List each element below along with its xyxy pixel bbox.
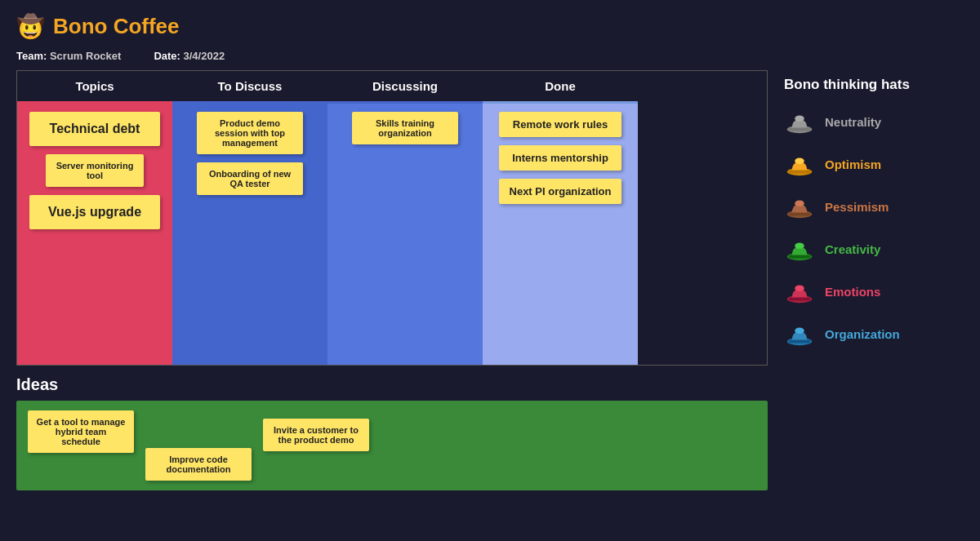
col-header-done: Done bbox=[483, 71, 638, 104]
ideas-board: Get a tool to manage hybrid team schedul… bbox=[16, 401, 768, 490]
svg-rect-5 bbox=[789, 171, 811, 174]
col-header-topics: Topics bbox=[17, 71, 172, 104]
optimism-hat-icon bbox=[784, 149, 815, 180]
neutrality-hat-icon bbox=[784, 106, 815, 137]
organization-label: Organization bbox=[825, 327, 900, 341]
svg-rect-17 bbox=[789, 340, 811, 344]
ideas-title: Ideas bbox=[16, 375, 768, 394]
svg-point-10 bbox=[795, 242, 804, 249]
optimism-label: Optimism bbox=[825, 157, 881, 171]
svg-point-1 bbox=[795, 115, 804, 122]
hats-title: Bono thinking hats bbox=[784, 77, 964, 93]
card-onboarding[interactable]: Onboarding of new QA tester bbox=[197, 162, 303, 195]
app-header: 🤠 Bono Coffee bbox=[16, 13, 964, 40]
card-skills-training[interactable]: Skills training organization bbox=[352, 112, 458, 144]
app-logo: 🤠 bbox=[16, 13, 45, 40]
hat-item-creativity[interactable]: Creativity bbox=[784, 233, 964, 264]
emotions-hat-icon bbox=[784, 276, 815, 307]
idea-customer-invite[interactable]: Invite a customer to the product demo bbox=[263, 419, 369, 451]
col-topics: Technical debt Server monitoring tool Vu… bbox=[17, 104, 172, 365]
creativity-label: Creativity bbox=[825, 242, 880, 256]
card-remote-work[interactable]: Remote work rules bbox=[499, 112, 621, 137]
col-header-to-discuss: To Discuss bbox=[172, 71, 327, 104]
ideas-section: Ideas Get a tool to manage hybrid team s… bbox=[16, 375, 768, 490]
main-area: Topics To Discuss Discussing Done Techni… bbox=[16, 70, 964, 490]
card-product-demo[interactable]: Product demo session with top management bbox=[197, 112, 303, 154]
pessimism-hat-icon bbox=[784, 191, 815, 222]
kanban-board: Topics To Discuss Discussing Done Techni… bbox=[16, 70, 768, 366]
emotions-label: Emotions bbox=[825, 285, 880, 299]
neutrality-label: Neutrality bbox=[825, 115, 881, 129]
card-next-pi[interactable]: Next PI organization bbox=[499, 179, 621, 204]
col-done: Remote work rules Interns mentorship Nex… bbox=[483, 104, 638, 365]
idea-hybrid-schedule[interactable]: Get a tool to manage hybrid team schedul… bbox=[28, 410, 134, 453]
team-meta: Team: Scrum Rocket bbox=[16, 50, 121, 62]
hat-item-organization[interactable]: Organization bbox=[784, 318, 964, 349]
hat-item-optimism[interactable]: Optimism bbox=[784, 149, 964, 180]
svg-rect-11 bbox=[789, 255, 811, 259]
card-vuejs-upgrade[interactable]: Vue.js upgrade bbox=[29, 195, 160, 229]
app-title: Bono Coffee bbox=[53, 14, 180, 39]
svg-point-16 bbox=[795, 327, 804, 334]
creativity-hat-icon bbox=[784, 233, 815, 264]
svg-rect-8 bbox=[789, 213, 811, 216]
col-header-discussing: Discussing bbox=[327, 71, 483, 104]
meta-row: Team: Scrum Rocket Date: 3/4/2022 bbox=[16, 50, 964, 62]
svg-point-7 bbox=[795, 200, 804, 206]
board-section: Topics To Discuss Discussing Done Techni… bbox=[16, 70, 768, 490]
svg-point-13 bbox=[795, 285, 804, 291]
svg-point-4 bbox=[795, 157, 804, 164]
date-meta: Date: 3/4/2022 bbox=[154, 50, 225, 62]
hat-item-neutrality[interactable]: Neutrality bbox=[784, 106, 964, 137]
col-discussing: Skills training organization bbox=[327, 104, 483, 365]
card-server-monitoring[interactable]: Server monitoring tool bbox=[46, 154, 144, 187]
hat-item-emotions[interactable]: Emotions bbox=[784, 276, 964, 307]
pessimism-label: Pessimism bbox=[825, 200, 889, 214]
col-to-discuss: Product demo session with top management… bbox=[172, 104, 327, 365]
card-technical-debt[interactable]: Technical debt bbox=[29, 112, 160, 146]
card-interns-mentorship[interactable]: Interns mentorship bbox=[499, 145, 621, 171]
hat-item-pessimism[interactable]: Pessimism bbox=[784, 191, 964, 222]
hats-sidebar: Bono thinking hats Neutrality Optimism bbox=[784, 70, 964, 361]
organization-hat-icon bbox=[784, 318, 815, 349]
svg-rect-2 bbox=[789, 128, 811, 131]
idea-code-docs[interactable]: Improve code documentation bbox=[145, 448, 252, 481]
svg-rect-14 bbox=[789, 298, 811, 301]
